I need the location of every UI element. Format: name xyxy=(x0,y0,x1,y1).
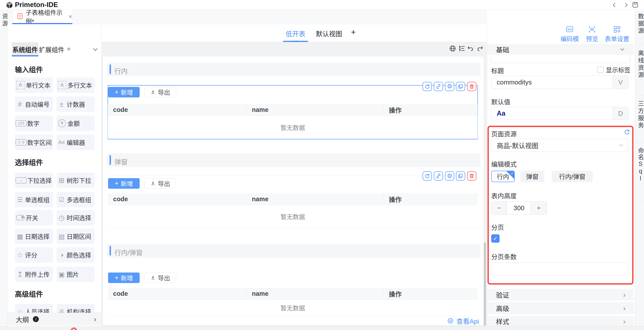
palette-item-radio-group[interactable]: ☰单选框组 xyxy=(15,192,53,207)
globe-icon[interactable] xyxy=(449,45,456,53)
view-tab-default[interactable]: 默认视图 xyxy=(316,29,342,38)
show-label-text: 显示标签 xyxy=(606,65,630,74)
save-icon[interactable] xyxy=(632,2,638,9)
nav-forward-icon[interactable] xyxy=(623,2,629,9)
form-settings-button[interactable]: 表单设置 xyxy=(604,26,630,43)
undo-icon[interactable] xyxy=(467,45,475,53)
gear-icon: ⚙ xyxy=(447,173,452,179)
edit-mode-dialog-button[interactable]: 弹窗 xyxy=(520,171,544,182)
title-input[interactable]: commoditys V xyxy=(491,76,628,89)
palette-section-select-title: 选择组件 xyxy=(15,157,43,167)
pagination-label: 分页 xyxy=(491,222,504,232)
stepper-increase-button[interactable]: + xyxy=(531,202,546,214)
palette-item-date-picker[interactable]: ▦日期选择 xyxy=(15,229,53,244)
export-button2[interactable]: 导出 xyxy=(144,178,176,189)
checkbox-group-icon: ☑ xyxy=(56,196,67,203)
widget2-settings-button[interactable]: ⚙ xyxy=(445,171,454,181)
widget2-delete-button[interactable] xyxy=(467,171,476,181)
show-label-checkbox-row[interactable]: 显示标签 xyxy=(597,65,630,74)
palette-item-auto-number[interactable]: #自动编号 xyxy=(15,97,53,112)
basic-section-header[interactable]: 基础 xyxy=(487,44,634,55)
page-resource-select[interactable]: 商品-默认视图 xyxy=(491,139,628,152)
rail-divider xyxy=(635,95,644,96)
palette-item-image[interactable]: ▣图片 xyxy=(56,267,95,282)
page-size-input[interactable] xyxy=(491,262,628,276)
palette-collapse-icon[interactable] xyxy=(92,46,99,54)
widget-copy-button[interactable] xyxy=(456,82,465,91)
section-inline-header xyxy=(107,63,480,76)
palette-item-currency[interactable]: ¥金额 xyxy=(56,116,95,131)
preview-button[interactable]: 预览 xyxy=(584,26,600,43)
widget2-copy-button[interactable] xyxy=(456,171,465,181)
palette-item-color-picker[interactable]: ◑颜色选择 xyxy=(56,247,95,263)
widget-delete-button[interactable] xyxy=(467,82,476,91)
palette-tab-system-label: 系统组件 xyxy=(12,45,38,54)
default-input-suffix[interactable]: D xyxy=(613,107,628,120)
stepper-value[interactable]: 300 xyxy=(507,202,531,214)
widget-link-button[interactable] xyxy=(434,82,443,91)
file-upload-icon: ↥ xyxy=(15,270,25,278)
time-picker-icon: ◷ xyxy=(56,213,67,222)
section-style[interactable]: 样式 › xyxy=(487,316,634,326)
palette-item-switch[interactable]: 开关 xyxy=(15,210,53,225)
palette-item-tree-dropdown[interactable]: ⊞树形下拉 xyxy=(56,173,95,188)
title-input-suffix[interactable]: V xyxy=(613,76,628,89)
rail-item-named-sql[interactable]: 命名Sql xyxy=(636,147,644,182)
palette-item-file-upload[interactable]: ↥附件上传 xyxy=(15,267,53,282)
section-validation[interactable]: 验证 › xyxy=(487,289,634,300)
nav-back-icon[interactable] xyxy=(612,2,617,9)
view-api-link[interactable]: 查看Api xyxy=(447,316,479,325)
widget-settings-button[interactable]: ⚙ xyxy=(445,82,454,91)
status-badge-count: 2 xyxy=(72,328,75,330)
table-height-label: 表内高度 xyxy=(491,191,517,200)
palette-tab-system[interactable]: 系统组件 xyxy=(12,42,38,56)
section-advanced[interactable]: 高级 › xyxy=(487,302,634,314)
default-input[interactable]: Aa D xyxy=(491,107,628,120)
chevron-right-icon: › xyxy=(623,317,626,325)
palette-item-editor[interactable]: A≡编辑器 xyxy=(56,135,95,150)
palette-item-time-picker[interactable]: ◷时间选择 xyxy=(56,210,95,225)
add-row-button[interactable]: + 新增 xyxy=(108,87,140,97)
outline-tree-icon[interactable] xyxy=(458,45,466,53)
rail-item-offline[interactable]: 离线资源 xyxy=(636,50,644,79)
add-row-button2[interactable]: + 新增 xyxy=(108,178,140,189)
add-row-button3[interactable]: + 新增 xyxy=(108,272,140,283)
section-advanced-label: 高级 xyxy=(496,303,509,313)
view-tab-add[interactable]: + xyxy=(349,28,358,37)
palette-item-number-range[interactable]: 1~3数字区间 xyxy=(15,135,53,150)
outline-expand-icon[interactable]: › xyxy=(94,315,96,323)
palette-item-number[interactable]: 123数字 xyxy=(15,116,53,131)
palette-item-date-range[interactable]: ▤日期区间 xyxy=(56,229,95,244)
outline-bar[interactable]: 大纲 i › xyxy=(8,313,102,325)
palette-item-checkbox-group[interactable]: ☑多选框组 xyxy=(56,192,95,207)
rail-item-datasource[interactable]: 数据源 xyxy=(636,13,644,35)
doc-tab[interactable]: 子表格组件示例* × xyxy=(12,10,72,23)
palette-item-counter[interactable]: ±计数器 xyxy=(56,97,95,112)
widget2-link-button[interactable] xyxy=(434,171,443,181)
stepper-decrease-button[interactable]: − xyxy=(492,202,507,214)
resource-refresh-icon[interactable] xyxy=(624,129,630,136)
palette-item-dropdown[interactable]: ⌄下拉选择 xyxy=(15,173,53,188)
widget2-refresh-button[interactable] xyxy=(422,171,432,181)
palette-item-single-text[interactable]: A单行文本 xyxy=(15,78,53,93)
export-label: 导出 xyxy=(158,179,170,188)
palette-item-multi-text[interactable]: A多行文本 xyxy=(56,78,95,93)
widget-refresh-button[interactable] xyxy=(422,82,432,91)
export-button3[interactable]: 导出 xyxy=(144,272,176,283)
counter-icon: ± xyxy=(56,100,67,108)
export-button[interactable]: 导出 xyxy=(144,87,176,97)
title-field-label: 标题 xyxy=(491,66,504,75)
show-label-checkbox[interactable] xyxy=(597,67,604,73)
palette-menu-icon[interactable]: ≡ xyxy=(67,46,70,53)
edit-mode-both-button[interactable]: 行内/弹窗 xyxy=(552,171,593,182)
section-style-label: 样式 xyxy=(496,316,509,326)
pagination-checkbox[interactable]: ✓ xyxy=(491,234,500,243)
palette-tab-extended[interactable]: 扩展组件 xyxy=(38,42,65,56)
edit-mode-inline-button[interactable]: 行内 ✓ xyxy=(491,171,515,182)
canvas-scrollbar[interactable] xyxy=(484,242,486,326)
doc-tab-close-icon[interactable]: × xyxy=(68,13,72,20)
rail-item-services[interactable]: 三方服务 xyxy=(636,101,644,129)
palette-item-rating[interactable]: ☆评分 xyxy=(15,247,53,263)
redo-icon[interactable] xyxy=(476,45,484,53)
edit-mode-both-label: 行内/弹窗 xyxy=(559,172,586,181)
